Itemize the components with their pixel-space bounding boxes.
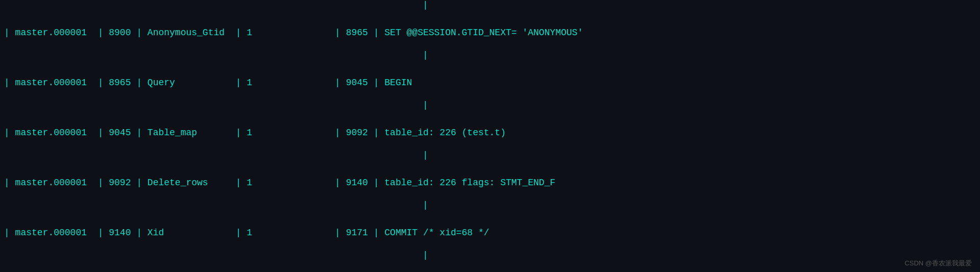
connector-line-final: | [0, 250, 980, 265]
connector-line: | [0, 0, 980, 15]
connector-line: | [0, 100, 980, 115]
terminal-container: || master.000001 | 8900 | Anonymous_Gtid… [0, 0, 980, 272]
watermark-label: CSDN @香农派我最爱 [904, 259, 972, 268]
table-row: | master.000001 | 9140 | Xid | 1 | 9171 … [0, 215, 980, 250]
connector-line: | [0, 200, 980, 215]
table-row: | master.000001 | 9045 | Table_map | 1 |… [0, 115, 980, 150]
connector-line: | [0, 50, 980, 65]
connector-line: | [0, 150, 980, 165]
table-row: | master.000001 | 9092 | Delete_rows | 1… [0, 165, 980, 200]
table-row: | master.000001 | 8900 | Anonymous_Gtid … [0, 15, 980, 50]
table-row: | master.000001 | 8965 | Query | 1 | 904… [0, 65, 980, 100]
